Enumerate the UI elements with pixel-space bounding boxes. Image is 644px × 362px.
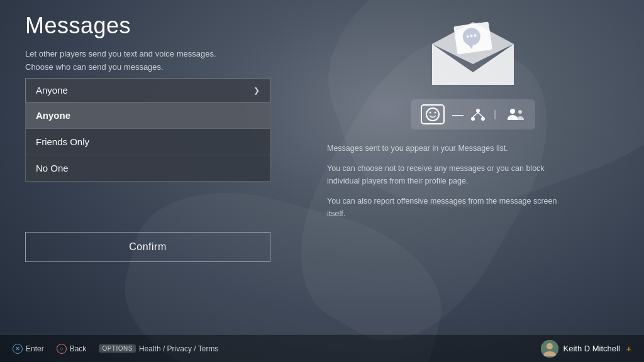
circle-icon: ○: [57, 344, 67, 354]
desc-line-2: You can choose not to receive any messag…: [327, 162, 566, 187]
dropdown-container: Anyone ❯ Anyone Friends Only No One: [25, 78, 289, 182]
choose-label: Choose who can send you messages.: [25, 62, 289, 72]
back-label: Back: [70, 344, 87, 353]
description-area: Messages sent to you appear in your Mess…: [327, 142, 566, 228]
svg-point-12: [476, 109, 480, 112]
group-icon: [505, 107, 525, 121]
dropdown-selected-label: Anyone: [36, 85, 68, 96]
psplus-icon: +: [626, 344, 631, 354]
dash-separator: —: [452, 108, 464, 121]
smiley-box-icon: [421, 104, 445, 124]
subtitle-text: Let other players send you text and voic…: [25, 49, 289, 58]
page-title: Messages: [25, 13, 289, 39]
svg-point-9: [426, 108, 439, 121]
user-info: Keith D Mitchell +: [541, 340, 632, 358]
privacy-level-indicator: — |: [411, 99, 535, 129]
right-panel: — |: [289, 13, 619, 328]
desc-line-1: Messages sent to you appear in your Mess…: [327, 142, 566, 155]
chevron-down-icon: ❯: [253, 86, 260, 95]
dot-chain-icon: [471, 107, 485, 121]
nav-controls: ✕ Enter ○ Back OPTIONS Health / Privacy …: [13, 344, 541, 354]
options-badge: OPTIONS: [99, 344, 136, 353]
svg-line-16: [478, 112, 483, 117]
divider-icon: |: [494, 109, 496, 120]
svg-point-20: [547, 343, 553, 349]
svg-point-13: [471, 117, 475, 121]
svg-line-15: [473, 112, 478, 117]
confirm-button[interactable]: Confirm: [25, 232, 270, 262]
options-label: Health / Privacy / Terms: [139, 344, 218, 353]
nav-back: ○ Back: [57, 344, 87, 354]
envelope-icon: [429, 19, 517, 88]
desc-line-3: You can also report offensive messages f…: [327, 195, 566, 220]
svg-point-18: [518, 110, 522, 114]
svg-point-17: [510, 109, 515, 114]
nav-enter: ✕ Enter: [13, 344, 44, 354]
bottom-nav-bar: ✕ Enter ○ Back OPTIONS Health / Privacy …: [0, 334, 644, 362]
dropdown-option-friends-only[interactable]: Friends Only: [26, 129, 270, 155]
avatar-image: [541, 340, 558, 358]
svg-point-14: [481, 117, 485, 121]
avatar: [541, 340, 558, 358]
enter-label: Enter: [26, 344, 44, 353]
svg-point-10: [429, 112, 431, 114]
dropdown-list: Anyone Friends Only No One: [25, 102, 270, 182]
dropdown-option-no-one[interactable]: No One: [26, 155, 270, 181]
nav-options: OPTIONS Health / Privacy / Terms: [99, 344, 218, 353]
left-panel: Messages Let other players send you text…: [25, 13, 289, 328]
dropdown-selected[interactable]: Anyone ❯: [25, 78, 270, 102]
svg-point-11: [434, 112, 436, 114]
dropdown-option-anyone[interactable]: Anyone: [26, 102, 270, 129]
cross-icon: ✕: [13, 344, 23, 354]
username: Keith D Mitchell: [564, 344, 620, 353]
icon-area: — |: [327, 19, 619, 129]
